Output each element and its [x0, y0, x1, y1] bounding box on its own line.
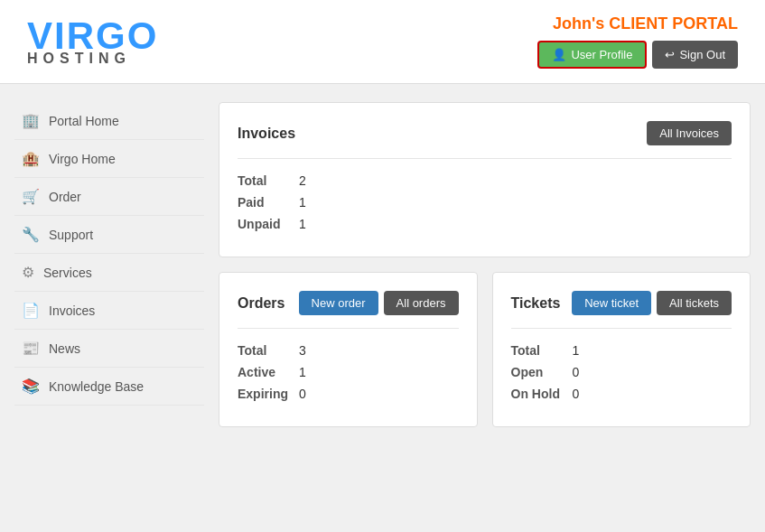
invoices-stat-paid: Paid 1 [238, 195, 732, 210]
invoices-paid-label: Paid [238, 195, 292, 210]
sidebar-item-invoices[interactable]: 📄 Invoices [14, 292, 204, 330]
content-area: Invoices All Invoices Total 2 Paid 1 Unp… [219, 102, 751, 427]
sidebar-label-order: Order [49, 190, 81, 204]
virgo-home-icon: 🏨 [22, 150, 40, 167]
sidebar-item-knowledge-base[interactable]: 📚 Knowledge Base [14, 368, 204, 406]
invoices-paid-value: 1 [299, 195, 306, 210]
sidebar: 🏢 Portal Home 🏨 Virgo Home 🛒 Order 🔧 Sup… [14, 102, 204, 427]
tickets-on-hold-value: 0 [573, 387, 580, 401]
orders-total-label: Total [238, 343, 292, 358]
sidebar-label-portal-home: Portal Home [49, 114, 119, 128]
invoices-stat-total: Total 2 [238, 173, 732, 188]
orders-stat-expiring: Expiring 0 [238, 387, 459, 401]
orders-stat-active: Active 1 [238, 365, 459, 379]
logo-virgo: VIRGO [27, 17, 158, 55]
invoices-card: Invoices All Invoices Total 2 Paid 1 Unp… [219, 102, 751, 257]
invoices-card-header: Invoices All Invoices [238, 121, 732, 145]
tickets-open-label: Open [511, 365, 565, 379]
orders-divider [238, 328, 459, 329]
welcome-text: John's CLIENT PORTAL [553, 14, 738, 33]
sidebar-label-knowledge-base: Knowledge Base [49, 379, 144, 394]
tickets-total-label: Total [511, 343, 565, 358]
sign-out-label: Sign Out [679, 48, 725, 61]
invoices-stat-unpaid: Unpaid 1 [238, 217, 732, 231]
sidebar-label-support: Support [49, 228, 93, 242]
sidebar-item-order[interactable]: 🛒 Order [14, 178, 204, 216]
invoices-total-value: 2 [299, 173, 306, 188]
orders-stat-total: Total 3 [238, 343, 459, 358]
user-profile-icon: 👤 [552, 48, 566, 61]
orders-btn-group: New order All orders [299, 291, 459, 315]
top-bar: VIRGO HOSTING John's CLIENT PORTAL 👤 Use… [0, 0, 765, 84]
tickets-stat-total: Total 1 [511, 343, 732, 358]
invoices-unpaid-label: Unpaid [238, 217, 292, 231]
sidebar-label-virgo-home: Virgo Home [49, 152, 116, 166]
portal-label: CLIENT PORTAL [609, 14, 738, 33]
invoices-unpaid-value: 1 [299, 217, 306, 231]
new-ticket-button[interactable]: New ticket [572, 291, 651, 315]
sidebar-item-support[interactable]: 🔧 Support [14, 216, 204, 254]
orders-title: Orders [238, 295, 285, 312]
tickets-card-header: Tickets New ticket All tickets [511, 291, 732, 315]
orders-card-header: Orders New order All orders [238, 291, 459, 315]
sign-out-icon: ↩ [665, 48, 675, 61]
logo: VIRGO HOSTING [27, 17, 158, 66]
new-order-button[interactable]: New order [299, 291, 378, 315]
tickets-card: Tickets New ticket All tickets Total 1 O… [492, 272, 751, 427]
services-icon: ⚙ [22, 264, 34, 281]
sidebar-item-portal-home[interactable]: 🏢 Portal Home [14, 102, 204, 140]
orders-active-label: Active [238, 365, 292, 379]
news-icon: 📰 [22, 340, 40, 357]
username: John's [553, 14, 604, 33]
sidebar-item-services[interactable]: ⚙ Services [14, 254, 204, 292]
tickets-open-value: 0 [573, 365, 580, 379]
tickets-divider [511, 328, 732, 329]
tickets-total-value: 1 [573, 343, 580, 358]
portal-home-icon: 🏢 [22, 112, 40, 129]
tickets-btn-group: New ticket All tickets [572, 291, 732, 315]
knowledge-base-icon: 📚 [22, 378, 40, 395]
all-tickets-button[interactable]: All tickets [657, 291, 732, 315]
main-container: 🏢 Portal Home 🏨 Virgo Home 🛒 Order 🔧 Sup… [0, 84, 765, 445]
invoices-title: Invoices [238, 126, 295, 142]
sidebar-label-services: Services [43, 266, 92, 280]
sidebar-label-invoices: Invoices [49, 303, 95, 318]
tickets-title: Tickets [511, 295, 561, 312]
all-orders-button[interactable]: All orders [384, 291, 459, 315]
sidebar-item-virgo-home[interactable]: 🏨 Virgo Home [14, 140, 204, 178]
sidebar-item-news[interactable]: 📰 News [14, 330, 204, 368]
invoices-icon: 📄 [22, 302, 40, 319]
tickets-stat-open: Open 0 [511, 365, 732, 379]
sign-out-button[interactable]: ↩ Sign Out [652, 41, 738, 69]
invoices-total-label: Total [238, 173, 292, 188]
order-icon: 🛒 [22, 188, 40, 205]
header-buttons: 👤 User Profile ↩ Sign Out [537, 41, 738, 69]
orders-total-value: 3 [299, 343, 306, 358]
sidebar-label-news: News [49, 341, 80, 356]
orders-card: Orders New order All orders Total 3 Acti… [219, 272, 478, 427]
user-profile-label: User Profile [571, 48, 632, 61]
user-profile-button[interactable]: 👤 User Profile [537, 41, 647, 69]
header-right: John's CLIENT PORTAL 👤 User Profile ↩ Si… [537, 14, 738, 69]
orders-expiring-value: 0 [299, 387, 306, 401]
orders-active-value: 1 [299, 365, 306, 379]
tickets-stat-on-hold: On Hold 0 [511, 387, 732, 401]
bottom-row: Orders New order All orders Total 3 Acti… [219, 272, 751, 427]
support-icon: 🔧 [22, 226, 40, 243]
logo-hosting: HOSTING [27, 51, 158, 66]
orders-expiring-label: Expiring [238, 387, 292, 401]
tickets-on-hold-label: On Hold [511, 387, 565, 401]
invoices-divider [238, 158, 732, 159]
all-invoices-button[interactable]: All Invoices [647, 121, 732, 145]
